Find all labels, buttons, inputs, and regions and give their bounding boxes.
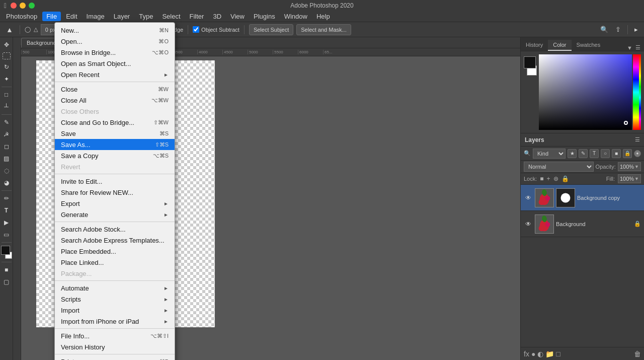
panel-menu-button[interactable]: ☰ (634, 44, 642, 51)
menu-automate[interactable]: Automate ► (55, 282, 175, 294)
menu-close[interactable]: Close ⌘W (55, 84, 175, 95)
opacity-chevron[interactable]: ▼ (634, 164, 639, 169)
layer-new-button[interactable]: □ (556, 350, 560, 358)
menu-layer[interactable]: Layer (110, 12, 134, 21)
hue-strip[interactable] (633, 54, 639, 130)
maximize-button[interactable] (29, 3, 35, 9)
share-button[interactable]: ⇧ (613, 25, 623, 34)
panel-collapse-button[interactable]: ▼ (625, 45, 634, 51)
move-tool[interactable]: ✥ (1, 39, 12, 50)
color-picker-handle[interactable] (624, 121, 628, 125)
menu-open-recent[interactable]: Open Recent ► (55, 69, 175, 80)
menu-edit[interactable]: Edit (62, 12, 81, 21)
menu-place-embedded[interactable]: Place Embedded... (55, 246, 175, 257)
menu-close-bridge[interactable]: Close and Go to Bridge... ⇧⌘W (55, 117, 175, 128)
menu-place-linked[interactable]: Place Linked... (55, 257, 175, 268)
menu-window[interactable]: Window (280, 12, 311, 21)
lock-position-icon[interactable]: + (547, 175, 550, 182)
lasso-tool[interactable]: ↻ (1, 61, 12, 73)
shape-tool[interactable]: ▭ (1, 229, 12, 240)
collapse-panels-button[interactable]: ▸ (632, 25, 640, 34)
menu-save-copy[interactable]: Save a Copy ⌥⌘S (55, 150, 175, 161)
layers-icon-btn-6[interactable]: 🔒 (623, 149, 632, 158)
blend-mode-select[interactable]: Normal (524, 162, 594, 172)
pen-tool[interactable]: ✏ (1, 193, 12, 204)
menu-export[interactable]: Export ► (55, 198, 175, 209)
layer-folder-button[interactable]: 📁 (545, 350, 554, 358)
menu-file-info[interactable]: File Info... ⌥⌘⇧I (55, 330, 175, 341)
menu-3d[interactable]: 3D (209, 12, 225, 21)
menu-print[interactable]: Print... ⌘P (55, 356, 175, 360)
fill-input-container[interactable]: 100% ▼ (618, 174, 641, 183)
text-tool[interactable]: T (1, 205, 12, 216)
minimize-button[interactable] (20, 3, 26, 9)
layer-mask-button[interactable]: ● (531, 350, 535, 358)
menu-open-smart[interactable]: Open as Smart Object... (55, 58, 175, 69)
menu-version-history[interactable]: Version History (55, 341, 175, 352)
menu-filter[interactable]: Filter (186, 12, 208, 21)
menu-share-review[interactable]: Share for Review NEW... (55, 187, 175, 198)
kind-select[interactable]: Kind (533, 149, 566, 159)
tab-color[interactable]: Color (548, 40, 571, 51)
selection-tool[interactable] (3, 52, 11, 59)
layer-item-background-copy[interactable]: 👁 (521, 185, 644, 211)
menu-close-all[interactable]: Close All ⌥⌘W (55, 95, 175, 106)
crop-tool[interactable]: □ (1, 89, 12, 100)
foreground-color[interactable] (1, 246, 10, 255)
menu-invite[interactable]: Invite to Edit... (55, 176, 175, 187)
layer-item-background[interactable]: 👁 Background 🔒 (521, 211, 644, 237)
menu-new[interactable]: New... ⌘N (55, 25, 175, 36)
tool-mode-button[interactable]: ▲ (4, 25, 15, 35)
eyedropper-tool[interactable]: ┴ (1, 101, 12, 112)
menu-browse-bridge[interactable]: Browse in Bridge... ⌥⌘O (55, 47, 175, 58)
eraser-tool[interactable]: ◻ (1, 141, 12, 152)
select-and-mask-button[interactable]: Select and Mask... (296, 24, 351, 35)
layers-icon-btn-filter[interactable]: ● (634, 150, 641, 157)
menu-view[interactable]: View (226, 12, 249, 21)
layers-icon-btn-2[interactable]: ✎ (579, 149, 588, 158)
menu-import-iphone[interactable]: Import from iPhone or iPad ► (55, 316, 175, 327)
select-subject-button[interactable]: Select Subject (249, 24, 293, 35)
quick-mask-tool[interactable]: ■ (1, 264, 12, 275)
menu-photoshop[interactable]: Photoshop (2, 12, 41, 21)
layer-delete-button[interactable]: 🗑 (634, 350, 641, 358)
gradient-tool[interactable]: ▨ (1, 153, 12, 164)
lock-pixels-icon[interactable]: ■ (540, 175, 543, 182)
tab-history[interactable]: History (521, 40, 548, 51)
layer-fx-button[interactable]: fx (524, 350, 529, 358)
opacity-input-container[interactable]: 100% ▼ (618, 162, 641, 171)
dodge-tool[interactable]: ◕ (1, 177, 12, 188)
fg-color-swatch[interactable] (524, 56, 536, 68)
menu-help[interactable]: Help (312, 12, 334, 21)
menu-generate[interactable]: Generate ► (55, 209, 175, 220)
menu-search-stock[interactable]: Search Adobe Stock... (55, 224, 175, 235)
menu-image[interactable]: Image (83, 12, 109, 21)
menu-search-express[interactable]: Search Adobe Express Templates... (55, 235, 175, 246)
magic-wand-tool[interactable]: ✦ (1, 74, 12, 85)
close-button[interactable] (11, 3, 17, 9)
menu-save-as[interactable]: Save As... ⇧⌘S (55, 139, 175, 150)
menu-save[interactable]: Save ⌘S (55, 128, 175, 139)
menu-scripts[interactable]: Scripts ► (55, 294, 175, 305)
fill-chevron[interactable]: ▼ (634, 176, 639, 181)
object-subtract-checkbox[interactable] (193, 26, 199, 33)
lock-all-icon[interactable]: 🔒 (561, 175, 569, 182)
clone-tool[interactable]: ☭ (1, 129, 12, 140)
layers-icon-btn-5[interactable]: ■ (612, 149, 621, 158)
layers-icon-btn-1[interactable]: ★ (568, 149, 577, 158)
layers-icon-btn-4[interactable]: ○ (601, 149, 610, 158)
window-controls[interactable] (11, 3, 35, 9)
screen-mode-tool[interactable]: ▢ (1, 276, 12, 287)
layer-visibility-toggle[interactable]: 👁 (524, 194, 533, 201)
menu-open[interactable]: Open... ⌘O (55, 36, 175, 47)
path-selection-tool[interactable]: ▶ (1, 217, 12, 228)
layers-icon-btn-3[interactable]: T (590, 149, 599, 158)
layers-panel-menu[interactable]: ☰ (635, 136, 640, 143)
color-gradient[interactable] (539, 54, 632, 130)
menu-file[interactable]: File (42, 12, 61, 21)
layer-adjustment-button[interactable]: ◐ (537, 350, 543, 358)
menu-import[interactable]: Import ► (55, 305, 175, 316)
brush-tool[interactable]: ✎ (1, 117, 12, 128)
lock-artboards-icon[interactable]: ⊛ (553, 175, 558, 182)
blur-tool[interactable]: ◌ (1, 165, 12, 176)
